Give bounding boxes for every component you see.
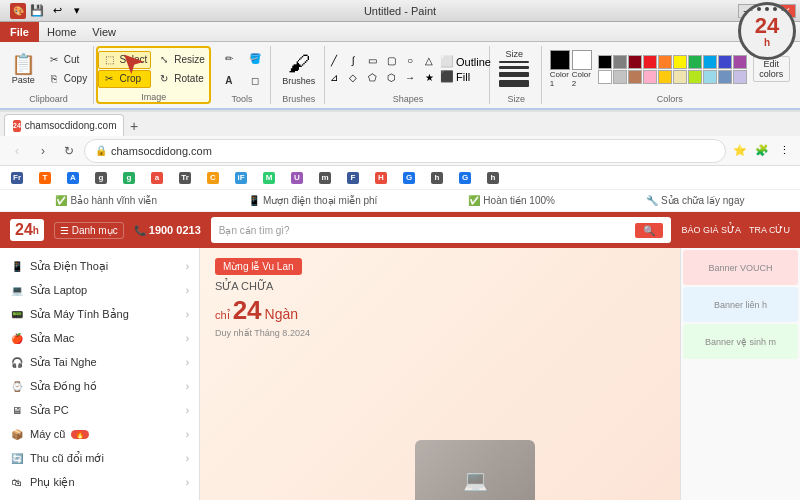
bookmark-item[interactable]: T — [34, 170, 56, 186]
bookmark-item[interactable]: h — [426, 170, 448, 186]
bookmark-item[interactable]: A — [62, 170, 84, 186]
shape-star[interactable]: ★ — [420, 70, 438, 86]
color2-box[interactable]: Color 2 — [572, 50, 592, 88]
extensions-btn[interactable]: 🧩 — [752, 141, 772, 161]
address-bar[interactable]: 🔒 chamsocdidong.com — [84, 139, 726, 163]
color-swatch-cell[interactable] — [733, 70, 747, 84]
search-input[interactable]: Bạn cần tìm gì? — [219, 225, 632, 236]
color-swatch-cell[interactable] — [628, 55, 642, 69]
qat-dropdown[interactable]: ▾ — [68, 2, 86, 20]
shape-pent[interactable]: ⬠ — [363, 70, 381, 86]
color-swatch-cell[interactable] — [688, 70, 702, 84]
rotate-btn[interactable]: ↻ Rotate — [153, 70, 209, 88]
shape-rect[interactable]: ▭ — [363, 53, 381, 69]
bookmark-item[interactable]: M — [258, 170, 280, 186]
color-swatch-cell[interactable] — [658, 70, 672, 84]
shape-rrect[interactable]: ▢ — [382, 53, 400, 69]
menu-item[interactable]: 📦 Máy cũ 🔥 › — [0, 422, 199, 446]
cut-btn[interactable]: ✂ Cut — [43, 51, 91, 69]
menu-item[interactable]: ⌚ Sửa Đồng hồ › — [0, 374, 199, 398]
color-swatch-cell[interactable] — [613, 55, 627, 69]
color-swatch-cell[interactable] — [688, 55, 702, 69]
color-swatch-cell[interactable] — [598, 70, 612, 84]
nav-menu-btn[interactable]: ☰ Danh mục — [54, 222, 124, 239]
bookmark-item[interactable]: a — [146, 170, 168, 186]
copy-btn[interactable]: ⎘ Copy — [43, 70, 91, 88]
color-swatch-cell[interactable] — [643, 55, 657, 69]
select-btn[interactable]: ⬚ Select — [98, 51, 151, 69]
bao-gia-btn[interactable]: BÁO GIÁ SỬA — [681, 225, 741, 235]
color1-swatch[interactable] — [550, 50, 570, 70]
color2-swatch[interactable] — [572, 50, 592, 70]
text-btn[interactable]: A — [217, 70, 241, 90]
search-btn[interactable]: 🔍 — [635, 223, 663, 238]
bookmark-item[interactable]: g — [90, 170, 112, 186]
color-swatch-cell[interactable] — [703, 55, 717, 69]
view-menu[interactable]: View — [84, 22, 124, 42]
menu-item[interactable]: 📚 Đào tạo › — [0, 494, 199, 500]
color-swatch-cell[interactable] — [718, 70, 732, 84]
crop-btn[interactable]: ✂ Crop — [98, 70, 151, 88]
size-bar-2[interactable] — [499, 66, 529, 69]
active-browser-tab[interactable]: 24 chamsocdidong.com — [4, 114, 124, 136]
fill-item[interactable]: ⬛ Fill — [440, 70, 470, 83]
bookmark-item[interactable]: G — [398, 170, 420, 186]
bookmark-item[interactable]: Tr — [174, 170, 196, 186]
star-btn[interactable]: ⭐ — [730, 141, 750, 161]
bookmark-item[interactable]: m — [314, 170, 336, 186]
color-swatch-cell[interactable] — [703, 70, 717, 84]
color-swatch-cell[interactable] — [718, 55, 732, 69]
shape-tri[interactable]: △ — [420, 53, 438, 69]
resize-btn[interactable]: ⤡ Resize — [153, 51, 209, 69]
home-menu[interactable]: Home — [39, 22, 84, 42]
bookmark-item[interactable]: H — [370, 170, 392, 186]
menu-item[interactable]: 🖥 Sửa PC › — [0, 398, 199, 422]
back-btn[interactable]: ‹ — [6, 140, 28, 162]
menu-btn[interactable]: ⋮ — [774, 141, 794, 161]
shape-diamond[interactable]: ◇ — [344, 70, 362, 86]
tra-cuu-btn[interactable]: TRA CỨU — [749, 225, 790, 235]
site-logo[interactable]: 24 h — [10, 219, 44, 241]
menu-item[interactable]: 📟 Sửa Máy Tính Bảng › — [0, 302, 199, 326]
forward-btn[interactable]: › — [32, 140, 54, 162]
color-swatch-cell[interactable] — [643, 70, 657, 84]
fill-btn[interactable]: 🪣 — [243, 48, 267, 68]
color-swatch-cell[interactable] — [628, 70, 642, 84]
color-swatch-cell[interactable] — [673, 55, 687, 69]
eraser-btn[interactable]: ◻ — [243, 70, 267, 90]
brushes-btn[interactable]: 🖌 Brushes — [277, 50, 320, 89]
file-menu[interactable]: File — [0, 22, 39, 42]
menu-item[interactable]: 🛍 Phụ kiện › — [0, 470, 199, 494]
color-swatch-cell[interactable] — [658, 55, 672, 69]
bookmark-item[interactable]: G — [454, 170, 476, 186]
new-tab-btn[interactable]: + — [124, 116, 144, 136]
size-bar-3[interactable] — [499, 72, 529, 77]
size-bar-4[interactable] — [499, 80, 529, 87]
menu-item[interactable]: 🎧 Sửa Tai Nghe › — [0, 350, 199, 374]
bookmark-item[interactable]: Fr — [6, 170, 28, 186]
bookmark-item[interactable]: g — [118, 170, 140, 186]
color-swatch-cell[interactable] — [598, 55, 612, 69]
shape-line[interactable]: ╱ — [325, 53, 343, 69]
shape-curve[interactable]: ∫ — [344, 53, 362, 69]
size-bar-1[interactable] — [499, 61, 529, 63]
search-bar[interactable]: Bạn cần tìm gì? 🔍 — [211, 217, 672, 243]
shape-arrow[interactable]: → — [401, 70, 419, 86]
color-swatch-cell[interactable] — [673, 70, 687, 84]
refresh-btn[interactable]: ↻ — [58, 140, 80, 162]
undo-qat-btn[interactable]: ↩ — [48, 2, 66, 20]
bookmark-item[interactable]: U — [286, 170, 308, 186]
color1-box[interactable]: Color 1 — [550, 50, 570, 88]
menu-item[interactable]: 💻 Sửa Laptop › — [0, 278, 199, 302]
shape-rt[interactable]: ⊿ — [325, 70, 343, 86]
shape-hex[interactable]: ⬡ — [382, 70, 400, 86]
pencil-btn[interactable]: ✏ — [217, 48, 241, 68]
bookmark-item[interactable]: h — [482, 170, 504, 186]
bookmark-item[interactable]: F — [342, 170, 364, 186]
outline-item[interactable]: ⬜ Outline — [440, 55, 491, 68]
bookmark-item[interactable]: C — [202, 170, 224, 186]
menu-item[interactable]: 🍎 Sửa Mac › — [0, 326, 199, 350]
paste-btn[interactable]: 📋 Paste — [6, 50, 41, 89]
color-swatch-cell[interactable] — [613, 70, 627, 84]
menu-item[interactable]: 🔄 Thu cũ đổi mới › — [0, 446, 199, 470]
